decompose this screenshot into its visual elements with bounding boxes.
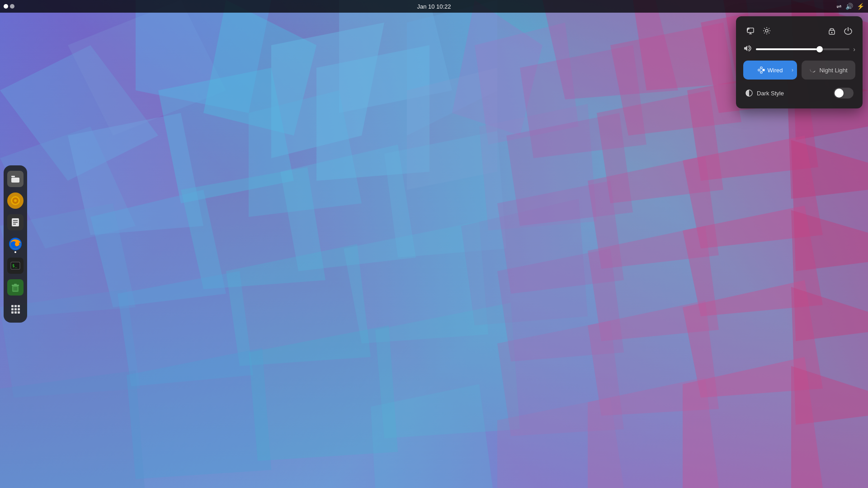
- qs-dark-style-row: Dark Style: [743, 85, 855, 101]
- toggle-knob: [835, 89, 844, 98]
- svg-text:$_: $_: [12, 263, 17, 268]
- night-light-icon: [809, 66, 816, 74]
- dark-style-half-circle-icon: [745, 89, 753, 97]
- volume-slider[interactable]: [756, 48, 849, 50]
- night-light-button-label: Night Light: [819, 67, 847, 74]
- wired-network-icon: [758, 66, 765, 74]
- sidebar-item-firefox[interactable]: [5, 234, 25, 254]
- volume-icon: [743, 44, 752, 54]
- workspace-dot-1[interactable]: [4, 4, 8, 9]
- files-icon: [10, 174, 21, 184]
- dark-style-toggle[interactable]: [834, 88, 854, 99]
- dark-style-left: Dark Style: [745, 89, 784, 97]
- svg-rect-81: [747, 28, 754, 33]
- qs-right-icons: [825, 23, 855, 38]
- svg-marker-26: [0, 371, 145, 488]
- sidebar-item-apps-grid[interactable]: [5, 299, 25, 319]
- clock-date: Jan 10 10:22: [417, 3, 451, 10]
- qs-volume-row: ›: [743, 44, 855, 54]
- trash-icon: [9, 282, 21, 293]
- power-icon: [844, 27, 852, 35]
- qs-wired-button[interactable]: Wired ›: [743, 61, 797, 80]
- screen-cast-icon: [746, 27, 755, 35]
- qs-lock-icon-btn[interactable]: [825, 23, 839, 38]
- sidebar-item-files[interactable]: [5, 169, 25, 189]
- svg-rect-86: [760, 67, 762, 69]
- lock-icon: [828, 27, 835, 35]
- qs-top-row: [743, 23, 855, 38]
- battery-icon[interactable]: ⚡: [857, 3, 864, 10]
- sidebar-item-contacts[interactable]: [5, 212, 25, 232]
- qs-settings-icon-btn[interactable]: [760, 23, 774, 38]
- volume-status-icon[interactable]: 🔊: [845, 3, 853, 10]
- svg-rect-87: [760, 71, 762, 73]
- topbar-left: [4, 4, 14, 9]
- svg-rect-59: [11, 176, 15, 177]
- dark-style-label: Dark Style: [757, 90, 784, 97]
- qs-night-light-button[interactable]: Night Light: [802, 61, 855, 80]
- topbar: Jan 10 10:22 ⇌ 🔊 ⚡: [0, 0, 868, 13]
- settings-gear-icon: [763, 27, 771, 35]
- wired-button-label: Wired: [768, 67, 783, 74]
- quick-settings-panel: › Wired › Night Light: [736, 16, 863, 108]
- qs-left-icons: [743, 23, 774, 38]
- contacts-icon: [10, 217, 21, 228]
- qs-screen-icon-btn[interactable]: [743, 23, 758, 38]
- sidebar-dock: $_: [4, 165, 27, 323]
- volume-expand-arrow[interactable]: ›: [853, 46, 855, 53]
- svg-point-82: [765, 29, 768, 32]
- svg-point-63: [14, 199, 17, 202]
- qs-power-icon-btn[interactable]: [841, 23, 855, 38]
- datetime-label: Jan 10 10:22: [417, 3, 451, 10]
- network-status-icon[interactable]: ⇌: [836, 3, 842, 10]
- svg-rect-85: [758, 69, 760, 71]
- sidebar-item-trash[interactable]: [5, 277, 25, 297]
- wired-button-arrow: ›: [792, 67, 793, 73]
- media-icon: [10, 196, 20, 206]
- terminal-icon: $_: [10, 260, 21, 271]
- volume-slider-thumb[interactable]: [816, 46, 823, 52]
- workspace-dot-2[interactable]: [10, 4, 14, 9]
- svg-point-84: [831, 32, 833, 33]
- volume-slider-fill: [756, 48, 820, 50]
- workspace-dots: [4, 4, 14, 9]
- svg-rect-77: [14, 284, 17, 285]
- speaker-icon: [743, 44, 751, 52]
- svg-rect-60: [11, 178, 19, 183]
- sidebar-item-terminal[interactable]: $_: [5, 256, 25, 276]
- svg-rect-88: [763, 69, 764, 71]
- apps-grid-icon: [11, 305, 20, 314]
- firefox-icon: [8, 237, 23, 251]
- sidebar-item-media[interactable]: [5, 191, 25, 211]
- qs-toggle-buttons-row: Wired › Night Light: [743, 61, 855, 80]
- topbar-right-icons: ⇌ 🔊 ⚡: [836, 3, 864, 10]
